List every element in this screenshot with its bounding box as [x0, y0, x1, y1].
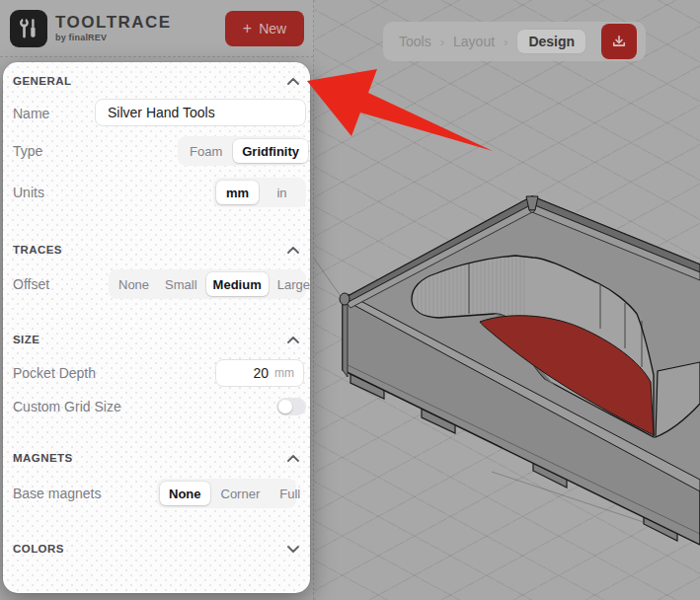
topbar: TOOLTRACE by finalREV + New — [0, 0, 314, 57]
new-button[interactable]: + New — [225, 11, 304, 46]
pocket-depth-input[interactable]: 20 mm — [215, 359, 304, 387]
section-header-colors[interactable]: COLORS — [13, 541, 299, 557]
section-title: MAGNETS — [13, 452, 73, 464]
units-label: Units — [13, 178, 44, 207]
name-input[interactable]: Silver Hand Tools — [95, 99, 306, 126]
breadcrumb-item-layout[interactable]: Layout — [453, 34, 495, 49]
chevron-up-icon — [287, 455, 299, 462]
offset-segmented-control: None Small Medium Large — [109, 269, 306, 299]
units-segmented-control: mm in — [213, 178, 306, 207]
section-title: COLORS — [13, 543, 64, 555]
chevron-up-icon — [287, 337, 299, 343]
base-option-corner[interactable]: Corner — [212, 482, 270, 505]
toggle-knob — [278, 400, 292, 413]
breadcrumb: Tools › Layout › Design — [383, 22, 646, 61]
offset-option-medium[interactable]: Medium — [206, 272, 269, 296]
section-title: SIZE — [13, 334, 39, 345]
custom-grid-toggle[interactable] — [276, 398, 306, 415]
section-header-size[interactable]: SIZE — [13, 332, 299, 347]
plus-icon: + — [243, 21, 252, 37]
brand-title: TOOLTRACE — [55, 14, 172, 31]
section-header-general[interactable]: GENERAL — [13, 73, 299, 89]
units-option-in[interactable]: in — [261, 181, 303, 204]
offset-option-large[interactable]: Large — [271, 272, 317, 296]
settings-panel: GENERAL Name Silver Hand Tools Type Foam… — [3, 62, 310, 593]
pocket-depth-label: Pocket Depth — [13, 359, 96, 387]
brand-text: TOOLTRACE by finalREV — [55, 14, 172, 42]
pocket-depth-value: 20 — [253, 365, 269, 381]
base-option-full[interactable]: Full — [271, 482, 309, 505]
pocket-depth-unit: mm — [274, 366, 294, 380]
chevron-up-icon — [287, 247, 299, 254]
section-title: GENERAL — [13, 75, 71, 87]
units-option-mm[interactable]: mm — [216, 181, 259, 204]
chevron-up-icon — [287, 78, 299, 85]
download-button[interactable] — [601, 24, 637, 59]
viewport-3d[interactable]: Tools › Layout › Design — [314, 0, 700, 600]
section-header-magnets[interactable]: MAGNETS — [13, 450, 299, 466]
type-option-foam[interactable]: Foam — [181, 139, 231, 163]
tools-logo-icon — [15, 15, 42, 42]
brand-subtitle: by finalREV — [55, 34, 172, 42]
offset-option-small[interactable]: Small — [158, 272, 204, 296]
custom-grid-label: Custom Grid Size — [13, 397, 121, 416]
offset-option-none[interactable]: None — [112, 272, 156, 296]
name-label: Name — [13, 100, 49, 127]
breadcrumb-item-tools[interactable]: Tools — [399, 34, 431, 49]
chevron-down-icon — [287, 546, 299, 553]
chevron-right-icon: › — [440, 35, 444, 49]
app-window: TOOLTRACE by finalREV + New — [0, 0, 700, 600]
base-magnets-segmented-control: None Corner Full — [157, 479, 296, 508]
type-label: Type — [13, 136, 42, 166]
brand-logo — [10, 10, 47, 47]
download-icon — [610, 33, 628, 50]
offset-label: Offset — [13, 269, 49, 299]
base-option-none[interactable]: None — [160, 482, 210, 505]
chevron-right-icon: › — [504, 35, 507, 49]
new-button-label: New — [259, 21, 286, 37]
type-option-gridfinity[interactable]: Gridfinity — [233, 139, 308, 163]
section-title: TRACES — [13, 244, 62, 256]
base-magnets-label: Base magnets — [13, 479, 102, 508]
breadcrumb-item-design-active[interactable]: Design — [516, 29, 586, 54]
gridfinity-tray-model — [314, 0, 700, 600]
section-header-traces[interactable]: TRACES — [13, 242, 299, 258]
type-segmented-control: Foam Gridfinity — [178, 136, 306, 166]
